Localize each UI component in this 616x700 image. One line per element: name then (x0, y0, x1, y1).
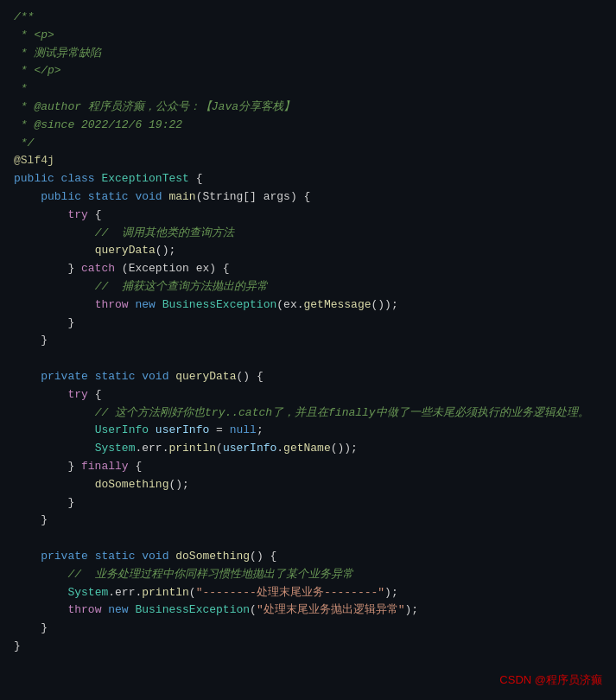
code-token: } (14, 620, 48, 638)
code-line: * (0, 80, 616, 99)
code-token: catch (81, 260, 115, 278)
code-token: { (129, 458, 143, 476)
code-token: } (14, 458, 81, 476)
code-line: } (0, 638, 616, 656)
code-token: // 这个方法刚好你也try..catch了，并且在finally中做了一些未尾… (95, 404, 589, 423)
code-line: queryData(); (0, 242, 616, 260)
code-line: try { (0, 207, 616, 225)
code-token: } (14, 494, 74, 512)
code-container: /** * <p> * 测试异常缺陷 * </p> * * @author 程序… (0, 0, 616, 700)
code-token: try (67, 207, 87, 225)
code-token: /** (14, 9, 34, 27)
code-line: * 测试异常缺陷 (0, 45, 616, 63)
code-line: } (0, 620, 616, 638)
code-line: } finally { (0, 458, 616, 476)
code-token (14, 296, 95, 315)
code-line: } (0, 512, 616, 530)
code-token: ( (189, 584, 196, 602)
code-token (14, 566, 67, 584)
code-token: * @since 2022/12/6 19:22 (14, 117, 182, 135)
code-line: */ (0, 135, 616, 153)
code-line: * @author 程序员济癫，公众号：【Java分享客栈】 (0, 99, 616, 117)
code-token: (Exception ex) { (115, 260, 230, 278)
code-token: public (41, 188, 88, 207)
code-line (0, 530, 616, 548)
code-token: static (95, 548, 143, 566)
code-token (14, 207, 67, 225)
code-token: ; (257, 422, 264, 440)
code-line: throw new BusinessException(ex.getMessag… (0, 296, 616, 315)
code-line: private static void doSomething() { (0, 548, 616, 566)
code-token: ( (216, 440, 223, 458)
code-token: @Slf4j (14, 152, 54, 170)
code-token: ExceptionTest (101, 170, 188, 188)
code-line: // 这个方法刚好你也try..catch了，并且在finally中做了一些未尾… (0, 404, 616, 423)
code-token (14, 242, 95, 260)
code-token: queryData (175, 368, 236, 386)
code-token: "--------处理末尾业务--------" (196, 584, 384, 602)
code-token: ( (250, 601, 257, 620)
code-token: println (142, 584, 189, 602)
code-token: <p> (34, 27, 54, 45)
code-token (14, 440, 95, 458)
code-token (14, 584, 67, 602)
code-line: } (0, 315, 616, 333)
code-token: */ (14, 135, 34, 153)
code-token: = (209, 422, 229, 440)
code-token: void (142, 548, 175, 566)
code-token: () { (250, 548, 276, 566)
code-line: } (0, 332, 616, 350)
code-token: { (189, 170, 203, 188)
code-token: private (41, 368, 94, 386)
code-line: throw new BusinessException("处理末尾业务抛出逻辑异… (0, 601, 616, 620)
code-line: System.err.println(userInfo.getName()); (0, 440, 616, 458)
code-token: throw (67, 601, 108, 620)
watermark: CSDN @程序员济癫 (499, 671, 602, 690)
code-line: public static void main(String[] args) { (0, 188, 616, 207)
code-line: * <p> (0, 27, 616, 45)
code-token (14, 548, 41, 566)
code-line: // 调用其他类的查询方法 (0, 225, 616, 243)
code-token: userInfo (149, 422, 209, 440)
code-line: private static void queryData() { (0, 368, 616, 386)
code-token: queryData (95, 242, 156, 260)
code-token: static (95, 368, 143, 386)
code-line: public class ExceptionTest { (0, 170, 616, 188)
code-token: "处理末尾业务抛出逻辑异常" (257, 601, 405, 620)
code-token: BusinessException (162, 296, 277, 315)
code-line (0, 350, 616, 368)
code-line: } (0, 494, 616, 512)
code-token: (ex. (276, 296, 303, 315)
code-token: * (14, 80, 28, 99)
code-token: new (108, 601, 135, 620)
code-line: @Slf4j (0, 152, 616, 170)
code-token: * 测试异常缺陷 (14, 45, 101, 63)
code-lines: /** * <p> * 测试异常缺陷 * </p> * * @author 程序… (0, 9, 616, 656)
code-token: // 捕获这个查询方法抛出的异常 (95, 278, 268, 296)
code-token: main (168, 188, 195, 207)
code-token: (String[] args) { (196, 188, 311, 207)
code-token: void (135, 188, 168, 207)
code-token (14, 404, 95, 423)
code-token: try (67, 386, 87, 404)
code-token (14, 476, 95, 494)
code-token: getMessage (304, 296, 372, 315)
code-token: static (88, 188, 136, 207)
watermark-text: CSDN @程序员济癫 (499, 673, 602, 686)
code-token: .err. (108, 584, 142, 602)
code-token: { (88, 386, 102, 404)
code-line: // 捕获这个查询方法抛出的异常 (0, 278, 616, 296)
code-token (14, 225, 95, 243)
code-token: ); (384, 584, 398, 602)
code-token: * (14, 27, 34, 45)
code-token: throw (95, 296, 136, 315)
code-token (14, 601, 67, 620)
code-line: } catch (Exception ex) { (0, 260, 616, 278)
code-token (14, 386, 67, 404)
code-line: * </p> (0, 62, 616, 80)
code-token: } (14, 260, 81, 278)
code-line: // 业务处理过程中你同样习惯性地抛出了某个业务异常 (0, 566, 616, 584)
code-token: () { (236, 368, 263, 386)
code-token: getName (283, 440, 331, 458)
code-token: System (95, 440, 136, 458)
